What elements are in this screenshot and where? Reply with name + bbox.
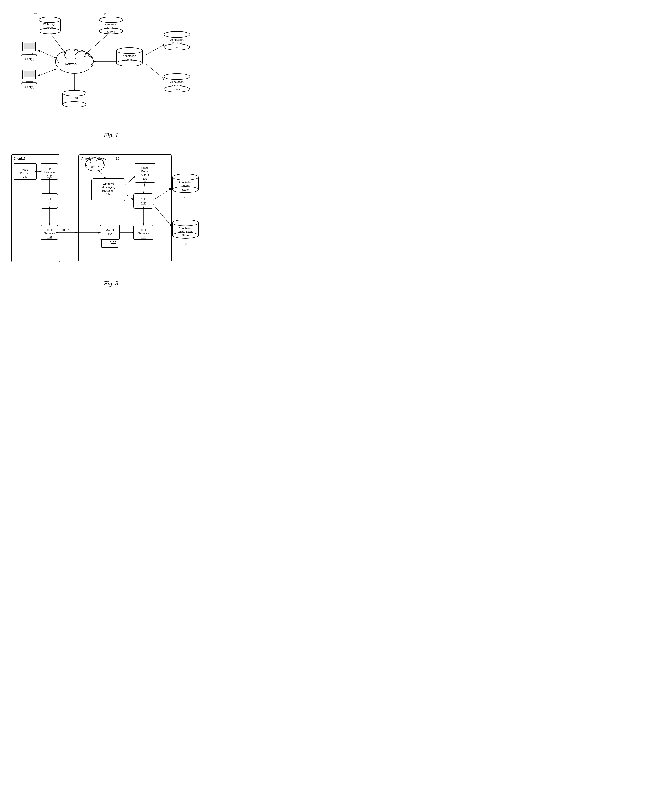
svg-rect-50 <box>28 51 30 53</box>
svg-text:ABE: ABE <box>141 198 146 201</box>
svg-text:Services: Services <box>44 232 55 235</box>
svg-text:Email: Email <box>141 166 149 169</box>
svg-text:Network: Network <box>65 62 78 66</box>
svg-text:152: 152 <box>47 174 52 178</box>
svg-rect-99 <box>101 240 118 247</box>
svg-point-47 <box>164 73 190 80</box>
streaming-media-server: Streaming Media Server <box>98 17 124 34</box>
svg-text:Reply: Reply <box>141 170 149 173</box>
svg-text:Web: Web <box>22 168 28 171</box>
svg-point-128 <box>173 220 198 226</box>
email-server: Email Server <box>61 90 87 103</box>
svg-line-17 <box>85 33 109 54</box>
svg-rect-55 <box>28 79 30 81</box>
annotation-server: Annotation Server <box>115 47 143 62</box>
svg-rect-64 <box>14 163 37 179</box>
figure3-diagram: Client 15 Annotation Server 10 Web Brows… <box>8 142 214 276</box>
clientn: Client(n) <box>20 70 38 89</box>
svg-rect-51 <box>26 53 32 54</box>
svg-rect-96 <box>100 225 120 240</box>
svg-text:Services: Services <box>138 232 149 235</box>
svg-text:Messaging: Messaging <box>101 186 115 189</box>
svg-text:— 11: — 11 <box>100 13 106 16</box>
svg-rect-49 <box>23 43 35 50</box>
svg-line-22 <box>146 44 165 55</box>
svg-text:153: 153 <box>23 175 28 178</box>
svg-text:HTTP: HTTP <box>62 229 68 232</box>
svg-text:Windows: Windows <box>103 182 114 185</box>
svg-rect-52 <box>22 55 37 56</box>
svg-rect-58 <box>12 154 60 262</box>
svg-point-4 <box>81 56 93 66</box>
svg-rect-5 <box>59 59 91 69</box>
svg-text:16: 16 <box>72 50 75 52</box>
svg-rect-68 <box>41 163 58 179</box>
svg-text:151: 151 <box>47 201 52 204</box>
svg-line-110 <box>125 194 134 200</box>
web-page-server: Web Page Server <box>38 17 61 30</box>
svg-rect-72 <box>41 194 58 208</box>
svg-text:Interface: Interface <box>44 171 55 174</box>
svg-line-113 <box>153 188 171 200</box>
client1: Client(1) <box>20 42 38 61</box>
fig3-label: Fig. 3 <box>4 280 218 287</box>
annotation-metadata-store-fig3: Annotation Meta Data Store 18 <box>171 219 199 246</box>
svg-text:HTTP: HTTP <box>140 228 147 231</box>
svg-rect-57 <box>22 83 37 84</box>
svg-rect-56 <box>26 81 32 82</box>
annotation-metadata-store-fig1: Annotation Meta Data Store <box>163 73 191 91</box>
svg-rect-79 <box>135 163 155 183</box>
svg-point-35 <box>63 90 86 96</box>
svg-text:150: 150 <box>47 235 52 239</box>
svg-text:MAWS: MAWS <box>106 229 114 232</box>
svg-point-43 <box>164 32 190 38</box>
svg-text:IIS: IIS <box>108 241 111 244</box>
svg-text:134: 134 <box>106 193 111 196</box>
svg-text:ABE: ABE <box>46 198 52 201</box>
svg-text:132: 132 <box>141 201 146 205</box>
svg-line-111 <box>143 183 145 194</box>
svg-text:12 —: 12 — <box>34 13 40 16</box>
svg-text:SMTP: SMTP <box>91 165 99 168</box>
svg-point-39 <box>116 48 142 54</box>
figure1-diagram: Network 16 12 — — 11 — 13 10 17 18 15 — … <box>8 7 214 127</box>
svg-point-124 <box>173 174 198 180</box>
svg-rect-84 <box>92 179 125 201</box>
svg-point-3 <box>75 51 89 62</box>
svg-text:135: 135 <box>111 241 116 244</box>
svg-line-23 <box>146 64 165 80</box>
svg-text:131: 131 <box>141 235 146 239</box>
svg-point-31 <box>99 17 123 23</box>
svg-line-16 <box>50 32 66 54</box>
svg-text:Server: Server <box>141 173 149 176</box>
svg-rect-75 <box>41 225 58 240</box>
annotation-content-store-fig3: Annotation Content Store 17 <box>171 174 199 200</box>
svg-text:HTTP: HTTP <box>46 228 53 231</box>
svg-text:Client: Client <box>13 157 22 160</box>
svg-point-2 <box>65 49 80 61</box>
svg-point-27 <box>39 17 60 23</box>
svg-text:Subsystem: Subsystem <box>101 189 115 192</box>
smtp-cloud: SMTP <box>84 156 106 173</box>
svg-text:User: User <box>46 168 52 171</box>
svg-text:130: 130 <box>108 233 112 236</box>
svg-text:133: 133 <box>143 177 147 180</box>
fig1-label: Fig. 1 <box>4 131 218 138</box>
svg-line-20 <box>40 51 56 58</box>
svg-text:15: 15 <box>22 157 26 160</box>
svg-text:Browser: Browser <box>20 171 30 175</box>
svg-text:10: 10 <box>116 157 119 160</box>
svg-rect-89 <box>134 194 153 208</box>
svg-rect-54 <box>23 71 35 77</box>
svg-line-114 <box>153 204 171 226</box>
svg-rect-92 <box>134 225 153 240</box>
svg-point-1 <box>57 52 71 64</box>
svg-point-0 <box>55 50 93 73</box>
annotation-content-store-fig1: Annotation Content Store <box>163 31 191 49</box>
svg-line-21 <box>40 69 56 75</box>
